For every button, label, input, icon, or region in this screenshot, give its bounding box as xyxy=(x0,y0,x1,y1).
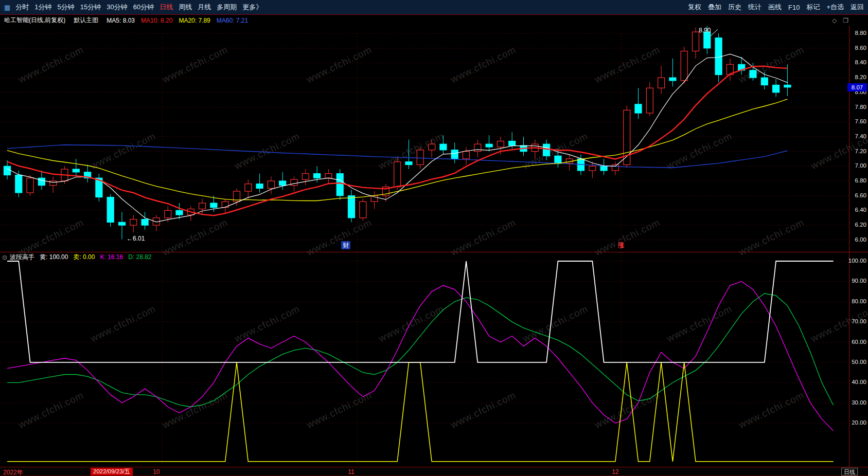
chart-info-bar: 哈工智能(日线,前复权) 默认主图 MA5: 8.03MA10: 8.20MA2… xyxy=(0,14,868,26)
indicator-series xyxy=(7,261,834,462)
ma-label: MA20: 7.89 xyxy=(179,17,210,24)
price-axis-label: 7.20 xyxy=(850,148,866,154)
tool-menu-item[interactable]: 复权 xyxy=(688,3,701,12)
period-menu-item[interactable]: 更多》 xyxy=(242,3,262,12)
tool-menu-item[interactable]: 标记 xyxy=(806,3,820,12)
month-label: 10 xyxy=(153,468,160,475)
tools-menu: 复权叠加历史统计画线F10标记+自选返回 xyxy=(681,3,864,12)
period-menu-item[interactable]: 5分钟 xyxy=(58,3,75,12)
indicator-axis-label: 70.00 xyxy=(844,318,866,324)
price-axis-label: 8.80 xyxy=(850,30,866,36)
month-label: 11 xyxy=(348,468,354,475)
top-menu-bar: ▦ 分时1分钟5分钟15分钟30分钟60分钟日线周线月线多周期更多》 复权叠加历… xyxy=(0,0,868,14)
price-axis-label: 8.60 xyxy=(850,45,866,51)
price-axis-label: 8.40 xyxy=(850,59,866,65)
price-axis-label: 6.80 xyxy=(850,177,866,184)
period-menu-item[interactable]: 分时 xyxy=(15,3,29,12)
period-menu: 分时1分钟5分钟15分钟30分钟60分钟日线周线月线多周期更多》 xyxy=(15,3,268,12)
price-axis-label: 7.40 xyxy=(850,133,866,139)
price-axis-label: 8.20 xyxy=(850,74,866,80)
tool-menu-item[interactable]: 返回 xyxy=(851,3,864,12)
high-annotation-pointer xyxy=(711,29,718,36)
indicator-axis-label: 30.00 xyxy=(844,399,866,406)
indicator-value-labels: 黄: 100.00卖: 0.00K: 16.16D: 28.82 xyxy=(40,253,156,262)
timeline-bar: 2022年 2022/09/23/五 101112 日线 xyxy=(0,467,868,476)
period-menu-item[interactable]: 30分钟 xyxy=(107,3,127,12)
period-menu-item[interactable]: 日线 xyxy=(160,3,173,12)
ma-label: MA60: 7.21 xyxy=(217,17,248,24)
price-axis-label: 7.80 xyxy=(850,104,866,110)
period-menu-item[interactable]: 月线 xyxy=(198,3,211,12)
indicator-axis-label: 60.00 xyxy=(844,339,866,345)
selected-date-box: 2022/09/23/五 xyxy=(91,468,133,475)
event-marker[interactable]: 财 xyxy=(341,241,350,249)
candlestick-series xyxy=(4,26,791,240)
indicator-axis-label: 90.00 xyxy=(844,278,866,284)
price-axis-label: 6.00 xyxy=(850,236,866,243)
tool-menu-item[interactable]: 统计 xyxy=(748,3,761,12)
indicator-axis-label: 50.00 xyxy=(844,359,866,365)
price-axis-label: 7.00 xyxy=(850,162,866,169)
indicator-label: 卖: 0.00 xyxy=(73,253,95,261)
diamond-icon[interactable]: ◇ xyxy=(832,17,837,24)
indicator-label: K: 16.16 xyxy=(100,253,123,261)
price-axis-label: 6.20 xyxy=(850,222,866,228)
window-icon[interactable]: ❐ xyxy=(843,17,848,24)
low-price-annotation: ←6.01 xyxy=(127,235,145,242)
ma-label: MA5: 8.03 xyxy=(107,17,135,24)
stock-title: 哈工智能(日线,前复权) xyxy=(4,16,65,25)
period-menu-item[interactable]: 多周期 xyxy=(217,3,237,12)
high-price-annotation: 8.90 xyxy=(699,27,711,34)
tool-menu-item[interactable]: 叠加 xyxy=(708,3,721,12)
indicator-header: ⊙ 波段高手 黄: 100.00卖: 0.00K: 16.16D: 28.82 xyxy=(2,253,157,262)
layout-selector[interactable]: 默认主图 xyxy=(74,16,98,25)
ma-label: MA10: 8.20 xyxy=(141,17,172,24)
period-menu-item[interactable]: 周线 xyxy=(179,3,192,12)
indicator-axis-label: 40.00 xyxy=(844,379,866,385)
tool-menu-item[interactable]: 画线 xyxy=(768,3,782,12)
panel-corner-icons: ◇❐ xyxy=(826,17,848,24)
price-axis-label: 6.60 xyxy=(850,192,866,198)
price-axis-label: 7.60 xyxy=(850,118,866,124)
period-menu-item[interactable]: 1分钟 xyxy=(34,3,51,12)
indicator-name: 波段高手 xyxy=(10,253,34,262)
tool-menu-item[interactable]: 历史 xyxy=(728,3,741,12)
period-indicator[interactable]: 日线 xyxy=(841,468,858,475)
event-marker[interactable]: 涨 xyxy=(618,241,624,249)
indicator-axis-label: 20.00 xyxy=(844,419,866,426)
tool-menu-item[interactable]: +自选 xyxy=(826,3,844,12)
collapse-indicator-icon[interactable]: ⊙ xyxy=(2,254,7,261)
indicator-label: D: 28.82 xyxy=(128,253,151,261)
period-menu-item[interactable]: 60分钟 xyxy=(133,3,154,12)
indicator-label: 黄: 100.00 xyxy=(40,253,68,261)
year-label: 2022年 xyxy=(3,468,23,476)
price-axis-label: 6.40 xyxy=(850,207,866,213)
month-label: 12 xyxy=(612,468,618,475)
ma-value-labels: MA5: 8.03MA10: 8.20MA20: 7.89MA60: 7.21 xyxy=(107,17,254,24)
indicator-axis-label: 100.00 xyxy=(844,258,866,264)
panel-frames xyxy=(0,26,868,467)
current-price-tag: 8.07 xyxy=(847,83,867,91)
tool-menu-item[interactable]: F10 xyxy=(788,4,800,11)
period-menu-item[interactable]: 15分钟 xyxy=(80,3,101,12)
app-grid-icon[interactable]: ▦ xyxy=(4,4,10,11)
indicator-axis-label: 80.00 xyxy=(844,298,866,304)
